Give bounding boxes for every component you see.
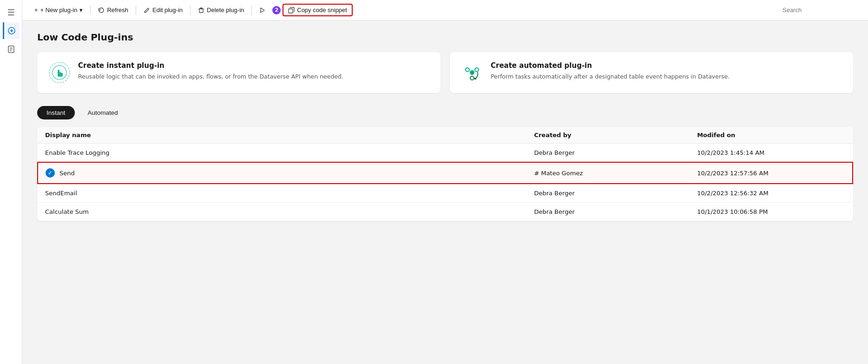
col-header-display-name: Display name <box>38 127 526 144</box>
separator-2 <box>136 6 136 15</box>
run-badge: 2 <box>272 6 281 14</box>
book-icon <box>7 45 16 54</box>
automated-card-text: Create automated plug-in Perform tasks a… <box>491 61 730 81</box>
row-4-created-by: Debra Berger <box>526 203 690 221</box>
row-3-modified-on: 10/2/2023 12:56:32 AM <box>690 184 853 203</box>
plugin-icon <box>7 26 16 35</box>
row-1-display-name: Enable Trace Logging <box>38 144 526 163</box>
refresh-button[interactable]: Refresh <box>93 4 133 16</box>
automated-card-desc: Perform tasks automatically after a desi… <box>491 73 730 81</box>
automated-card-icon <box>461 61 483 84</box>
row-check-icon: ✓ <box>46 168 55 178</box>
hamburger-icon: ☰ <box>7 7 14 17</box>
row-2-created-by: # Mateo Gomez <box>526 162 690 184</box>
delete-icon <box>198 7 204 13</box>
edit-plugin-button[interactable]: Edit plug-in <box>139 4 187 16</box>
row-3-display-name: SendEmail <box>38 184 526 203</box>
table-row-selected[interactable]: 1 ✓ Send # Mateo Gomez 10/2/2023 12:57:5… <box>38 162 853 184</box>
instant-card-desc: Reusable logic that can be invoked in ap… <box>78 73 343 81</box>
tab-automated[interactable]: Automated <box>79 106 127 119</box>
table-header: Display name Created by Modifed on <box>38 127 853 144</box>
instant-card-title: Create instant plug-in <box>78 61 343 70</box>
row-4-display-name: Calculate Sum <box>38 203 526 221</box>
new-plugin-button[interactable]: + + New plug-in ▾ <box>30 4 87 16</box>
row-2-display-name: 1 ✓ Send <box>38 162 526 184</box>
svg-point-12 <box>475 68 479 72</box>
svg-rect-5 <box>199 9 203 13</box>
svg-point-13 <box>470 76 474 80</box>
page-title: Low Code Plug-ins <box>37 32 853 43</box>
separator-4 <box>251 6 252 15</box>
delete-plugin-button[interactable]: Delete plug-in <box>193 4 249 16</box>
chevron-down-icon: ▾ <box>79 7 83 13</box>
run-icon <box>259 7 266 13</box>
table-body: Enable Trace Logging Debra Berger 10/2/2… <box>38 144 853 221</box>
instant-card-icon <box>48 61 71 84</box>
menu-button[interactable]: ☰ <box>3 4 20 20</box>
sidebar-nav-1[interactable] <box>3 22 20 39</box>
cards-row: Create instant plug-in Reusable logic th… <box>37 52 853 93</box>
plugins-table: Display name Created by Modifed on Enabl… <box>37 127 853 221</box>
edit-icon <box>144 7 150 13</box>
page-body: Low Code Plug-ins Create instant plug-in <box>22 20 868 364</box>
row-1-created-by: Debra Berger <box>526 144 690 163</box>
row-1-modified-on: 10/2/2023 1:45:14 AM <box>690 144 853 163</box>
main-content: + + New plug-in ▾ Refresh Edit plug-in <box>22 0 868 364</box>
separator-3 <box>190 6 191 15</box>
svg-point-11 <box>466 68 469 72</box>
search-input[interactable] <box>783 7 861 13</box>
table-row[interactable]: SendEmail Debra Berger 10/2/2023 12:56:3… <box>38 184 853 203</box>
col-header-modified-on: Modifed on <box>690 127 853 144</box>
row-3-created-by: Debra Berger <box>526 184 690 203</box>
col-header-created-by: Created by <box>526 127 690 144</box>
sidebar: ☰ <box>0 0 22 364</box>
copy-icon <box>288 7 295 13</box>
svg-rect-7 <box>289 9 293 13</box>
automated-card[interactable]: Create automated plug-in Perform tasks a… <box>450 52 853 93</box>
svg-marker-6 <box>261 8 264 13</box>
table-row[interactable]: Calculate Sum Debra Berger 10/1/2023 10:… <box>38 203 853 221</box>
instant-card[interactable]: Create instant plug-in Reusable logic th… <box>37 52 441 93</box>
sidebar-nav-2[interactable] <box>3 41 20 58</box>
new-plugin-icon: + <box>34 7 38 13</box>
row-4-modified-on: 10/1/2023 10:06:58 PM <box>690 203 853 221</box>
toolbar: + + New plug-in ▾ Refresh Edit plug-in <box>22 0 868 20</box>
table-row[interactable]: Enable Trace Logging Debra Berger 10/2/2… <box>38 144 853 163</box>
separator-1 <box>90 6 91 15</box>
table-container: Display name Created by Modifed on Enabl… <box>37 127 853 221</box>
copy-snippet-button[interactable]: Copy code snippet <box>283 4 353 16</box>
instant-card-text: Create instant plug-in Reusable logic th… <box>78 61 343 81</box>
refresh-icon <box>98 7 105 13</box>
run-button[interactable] <box>255 5 270 16</box>
tab-instant[interactable]: Instant <box>37 106 75 119</box>
automated-card-title: Create automated plug-in <box>491 61 730 70</box>
row-2-modified-on: 10/2/2023 12:57:56 AM <box>690 162 853 184</box>
tabs-row: Instant Automated <box>37 106 853 119</box>
